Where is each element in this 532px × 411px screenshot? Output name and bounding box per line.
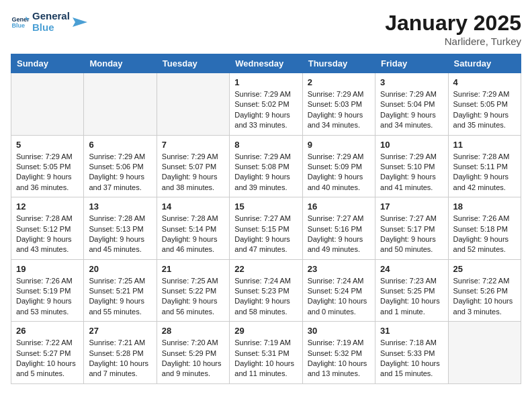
day-number: 6 (89, 140, 151, 150)
day-header-tuesday: Tuesday (157, 54, 229, 73)
day-number: 11 (453, 140, 516, 150)
day-number: 16 (308, 201, 370, 212)
cell-text: Sunrise: 7:28 AMSunset: 5:12 PMDaylight:… (16, 214, 79, 255)
cell-text: Sunrise: 7:26 AMSunset: 5:19 PMDaylight:… (16, 276, 79, 318)
calendar-cell: 2Sunrise: 7:29 AMSunset: 5:03 PMDaylight… (302, 73, 375, 136)
day-number: 13 (89, 201, 151, 212)
day-number: 15 (234, 201, 297, 212)
calendar-cell: 30Sunrise: 7:19 AMSunset: 5:32 PMDayligh… (302, 322, 375, 384)
day-number: 5 (16, 140, 79, 150)
day-number: 12 (16, 201, 79, 212)
days-header-row: SundayMondayTuesdayWednesdayThursdayFrid… (11, 54, 521, 73)
calendar-cell: 19Sunrise: 7:26 AMSunset: 5:19 PMDayligh… (11, 259, 84, 322)
calendar-cell: 7Sunrise: 7:29 AMSunset: 5:07 PMDaylight… (157, 135, 229, 197)
day-number: 17 (380, 201, 443, 212)
day-number: 9 (308, 140, 370, 150)
cell-text: Sunrise: 7:18 AMSunset: 5:33 PMDaylight:… (380, 338, 443, 379)
day-number: 4 (453, 77, 516, 87)
day-number: 8 (234, 140, 297, 150)
day-number: 21 (162, 264, 224, 274)
day-header-thursday: Thursday (302, 54, 375, 73)
calendar-cell: 28Sunrise: 7:20 AMSunset: 5:29 PMDayligh… (157, 322, 229, 384)
logo: General Blue General Blue (11, 11, 87, 33)
calendar-cell (84, 73, 157, 136)
cell-text: Sunrise: 7:24 AMSunset: 5:23 PMDaylight:… (234, 276, 297, 318)
day-number: 23 (308, 264, 370, 274)
day-number: 27 (89, 326, 151, 336)
day-number: 24 (380, 264, 443, 274)
day-number: 25 (453, 264, 516, 274)
day-number: 30 (308, 326, 370, 336)
day-number: 28 (162, 326, 224, 336)
calendar-cell: 26Sunrise: 7:22 AMSunset: 5:27 PMDayligh… (11, 322, 84, 384)
calendar-cell: 11Sunrise: 7:28 AMSunset: 5:11 PMDayligh… (448, 135, 521, 197)
cell-text: Sunrise: 7:19 AMSunset: 5:32 PMDaylight:… (308, 338, 370, 379)
calendar-cell: 15Sunrise: 7:27 AMSunset: 5:15 PMDayligh… (230, 197, 302, 260)
location: Narlidere, Turkey (385, 36, 521, 47)
cell-text: Sunrise: 7:29 AMSunset: 5:05 PMDaylight:… (16, 152, 79, 193)
calendar-cell: 23Sunrise: 7:24 AMSunset: 5:24 PMDayligh… (302, 259, 375, 322)
title-area: January 2025 Narlidere, Turkey (385, 11, 521, 47)
calendar-cell: 4Sunrise: 7:29 AMSunset: 5:05 PMDaylight… (448, 73, 521, 136)
calendar-cell: 5Sunrise: 7:29 AMSunset: 5:05 PMDaylight… (11, 135, 84, 197)
cell-text: Sunrise: 7:20 AMSunset: 5:29 PMDaylight:… (162, 338, 224, 379)
calendar-cell: 17Sunrise: 7:27 AMSunset: 5:17 PMDayligh… (375, 197, 448, 260)
cell-text: Sunrise: 7:22 AMSunset: 5:27 PMDaylight:… (16, 338, 79, 379)
cell-text: Sunrise: 7:28 AMSunset: 5:13 PMDaylight:… (89, 214, 151, 255)
day-number: 7 (162, 140, 224, 150)
calendar-cell: 1Sunrise: 7:29 AMSunset: 5:02 PMDaylight… (230, 73, 302, 136)
cell-text: Sunrise: 7:29 AMSunset: 5:10 PMDaylight:… (380, 152, 443, 193)
calendar-cell: 21Sunrise: 7:25 AMSunset: 5:22 PMDayligh… (157, 259, 229, 322)
logo-blue: Blue (32, 22, 70, 34)
week-row-5: 26Sunrise: 7:22 AMSunset: 5:27 PMDayligh… (11, 322, 521, 384)
calendar-table: SundayMondayTuesdayWednesdayThursdayFrid… (11, 54, 521, 384)
cell-text: Sunrise: 7:29 AMSunset: 5:07 PMDaylight:… (162, 152, 224, 193)
calendar-cell: 18Sunrise: 7:26 AMSunset: 5:18 PMDayligh… (448, 197, 521, 260)
calendar-cell: 22Sunrise: 7:24 AMSunset: 5:23 PMDayligh… (230, 259, 302, 322)
cell-text: Sunrise: 7:28 AMSunset: 5:14 PMDaylight:… (162, 214, 224, 255)
calendar-cell: 3Sunrise: 7:29 AMSunset: 5:04 PMDaylight… (375, 73, 448, 136)
day-header-sunday: Sunday (11, 54, 84, 73)
logo-arrow-icon (73, 15, 87, 30)
calendar-cell: 8Sunrise: 7:29 AMSunset: 5:08 PMDaylight… (230, 135, 302, 197)
day-number: 14 (162, 201, 224, 212)
calendar-cell: 13Sunrise: 7:28 AMSunset: 5:13 PMDayligh… (84, 197, 157, 260)
cell-text: Sunrise: 7:25 AMSunset: 5:21 PMDaylight:… (89, 276, 151, 318)
day-header-friday: Friday (375, 54, 448, 73)
day-header-monday: Monday (84, 54, 157, 73)
cell-text: Sunrise: 7:19 AMSunset: 5:31 PMDaylight:… (234, 338, 297, 379)
day-number: 31 (380, 326, 443, 336)
cell-text: Sunrise: 7:27 AMSunset: 5:16 PMDaylight:… (308, 214, 370, 255)
cell-text: Sunrise: 7:29 AMSunset: 5:08 PMDaylight:… (234, 152, 297, 193)
cell-text: Sunrise: 7:29 AMSunset: 5:02 PMDaylight:… (234, 89, 297, 131)
cell-text: Sunrise: 7:22 AMSunset: 5:26 PMDaylight:… (453, 276, 516, 318)
calendar-cell: 20Sunrise: 7:25 AMSunset: 5:21 PMDayligh… (84, 259, 157, 322)
calendar-cell: 6Sunrise: 7:29 AMSunset: 5:06 PMDaylight… (84, 135, 157, 197)
day-number: 10 (380, 140, 443, 150)
day-header-wednesday: Wednesday (230, 54, 302, 73)
week-row-2: 5Sunrise: 7:29 AMSunset: 5:05 PMDaylight… (11, 135, 521, 197)
cell-text: Sunrise: 7:29 AMSunset: 5:05 PMDaylight:… (453, 89, 516, 131)
cell-text: Sunrise: 7:23 AMSunset: 5:25 PMDaylight:… (380, 276, 443, 318)
day-number: 1 (234, 77, 297, 87)
day-number: 3 (380, 77, 443, 87)
cell-text: Sunrise: 7:21 AMSunset: 5:28 PMDaylight:… (89, 338, 151, 379)
logo-general: General (32, 11, 70, 22)
svg-text:Blue: Blue (11, 22, 25, 29)
day-number: 2 (308, 77, 370, 87)
calendar-cell: 9Sunrise: 7:29 AMSunset: 5:09 PMDaylight… (302, 135, 375, 197)
week-row-4: 19Sunrise: 7:26 AMSunset: 5:19 PMDayligh… (11, 259, 521, 322)
month-title: January 2025 (385, 11, 521, 36)
calendar-cell: 14Sunrise: 7:28 AMSunset: 5:14 PMDayligh… (157, 197, 229, 260)
page-header: General Blue General Blue January 2025 N… (11, 11, 521, 47)
cell-text: Sunrise: 7:29 AMSunset: 5:04 PMDaylight:… (380, 89, 443, 131)
calendar-cell: 24Sunrise: 7:23 AMSunset: 5:25 PMDayligh… (375, 259, 448, 322)
calendar-cell: 10Sunrise: 7:29 AMSunset: 5:10 PMDayligh… (375, 135, 448, 197)
calendar-cell (448, 322, 521, 384)
cell-text: Sunrise: 7:27 AMSunset: 5:15 PMDaylight:… (234, 214, 297, 255)
cell-text: Sunrise: 7:27 AMSunset: 5:17 PMDaylight:… (380, 214, 443, 255)
cell-text: Sunrise: 7:24 AMSunset: 5:24 PMDaylight:… (308, 276, 370, 318)
calendar-cell: 29Sunrise: 7:19 AMSunset: 5:31 PMDayligh… (230, 322, 302, 384)
calendar-cell: 16Sunrise: 7:27 AMSunset: 5:16 PMDayligh… (302, 197, 375, 260)
day-number: 20 (89, 264, 151, 274)
